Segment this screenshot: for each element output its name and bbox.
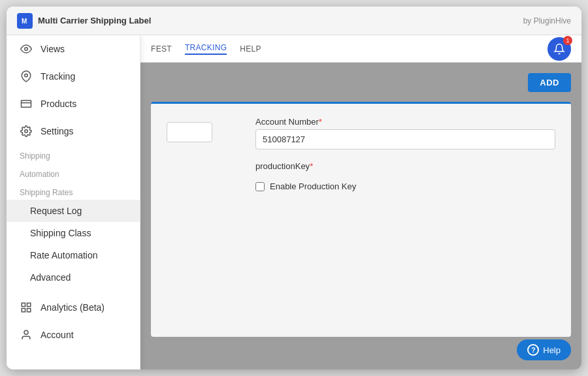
enable-production-key-row: Enable Production Key <box>255 181 555 191</box>
help-circle-icon: ? <box>527 344 539 356</box>
product-icon <box>20 97 33 110</box>
app-icon: M <box>17 13 33 29</box>
sidebar-item-settings[interactable]: Settings <box>7 118 140 145</box>
eye-icon <box>20 42 33 55</box>
notification-bell[interactable]: 1 <box>547 37 571 61</box>
svg-point-3 <box>25 74 28 77</box>
content-nav: FEST TRACKING HELP 1 <box>140 35 581 63</box>
production-key-row: productionKey* Enable Production Key <box>167 161 555 191</box>
production-key-label: productionKey* <box>255 161 555 171</box>
svg-rect-4 <box>22 101 31 108</box>
sidebar-label-products: Products <box>41 99 76 109</box>
app-container: M Multi Carrier Shipping Label by Plugin… <box>7 7 581 369</box>
shipping-class-label: Shipping Class <box>30 228 91 238</box>
section-shipping-rates: Shipping Rates <box>7 181 140 200</box>
plugin-info: by PluginHive <box>523 16 571 25</box>
account-icon <box>20 328 33 341</box>
svg-point-6 <box>25 130 28 133</box>
request-log-label: Request Log <box>30 206 82 216</box>
analytics-label: Analytics (Beta) <box>41 302 105 313</box>
nav-link-help[interactable]: HELP <box>240 44 261 54</box>
content-body: ADD Account Number* <box>140 63 581 369</box>
account-label: Account <box>41 330 74 340</box>
svg-text:M: M <box>22 18 27 25</box>
help-button[interactable]: ? Help <box>517 339 571 360</box>
svg-rect-10 <box>27 309 31 312</box>
main-layout: Views Tracking Product <box>7 35 581 369</box>
form-area: Account Number* productionKey* <box>151 102 571 337</box>
small-input-left[interactable] <box>167 122 212 142</box>
account-number-input[interactable] <box>255 129 555 149</box>
sidebar-item-tracking[interactable]: Tracking <box>7 63 140 90</box>
title-bar-left: M Multi Carrier Shipping Label <box>17 13 151 29</box>
nav-link-tracking[interactable]: TRACKING <box>185 43 227 55</box>
advanced-label: Advanced <box>30 272 71 283</box>
nav-link-fest[interactable]: FEST <box>151 44 172 54</box>
title-bar: M Multi Carrier Shipping Label by Plugin… <box>7 7 581 35</box>
add-button[interactable]: ADD <box>528 73 571 92</box>
account-number-label: Account Number* <box>255 117 555 127</box>
account-number-row: Account Number* <box>167 117 555 149</box>
sidebar-item-views[interactable]: Views <box>7 35 140 63</box>
section-automation: Automation <box>7 163 140 181</box>
nav-right: 1 <box>547 37 571 61</box>
settings-icon <box>20 125 33 138</box>
sidebar-label-views: Views <box>41 44 65 54</box>
rate-automation-label: Rate Automation <box>30 250 98 260</box>
notification-badge: 1 <box>563 36 572 45</box>
svg-rect-8 <box>27 303 31 306</box>
nav-links: FEST TRACKING HELP <box>151 43 261 55</box>
sidebar-label-tracking: Tracking <box>41 71 75 82</box>
sidebar-item-analytics[interactable]: Analytics (Beta) <box>7 294 140 321</box>
location-icon <box>20 70 33 83</box>
analytics-icon <box>20 301 33 314</box>
sidebar: Views Tracking Product <box>7 35 140 369</box>
content-area: FEST TRACKING HELP 1 <box>140 35 581 369</box>
section-shipping: Shipping <box>7 145 140 163</box>
svg-point-2 <box>25 48 28 51</box>
sidebar-item-advanced[interactable]: Advanced <box>7 266 140 289</box>
enable-production-key-checkbox[interactable] <box>255 182 265 191</box>
app-title: Multi Carrier Shipping Label <box>38 16 151 25</box>
sidebar-item-request-log[interactable]: Request Log <box>7 200 140 222</box>
sidebar-item-shipping-class[interactable]: Shipping Class <box>7 222 140 244</box>
add-btn-container: ADD <box>528 73 571 92</box>
svg-rect-7 <box>22 303 25 306</box>
svg-rect-9 <box>22 309 25 312</box>
sidebar-label-settings: Settings <box>41 126 74 136</box>
sidebar-item-products[interactable]: Products <box>7 90 140 118</box>
sidebar-item-rate-automation[interactable]: Rate Automation <box>7 244 140 266</box>
svg-point-11 <box>24 330 28 334</box>
sidebar-item-account[interactable]: Account <box>7 321 140 349</box>
enable-production-key-label: Enable Production Key <box>270 181 356 191</box>
